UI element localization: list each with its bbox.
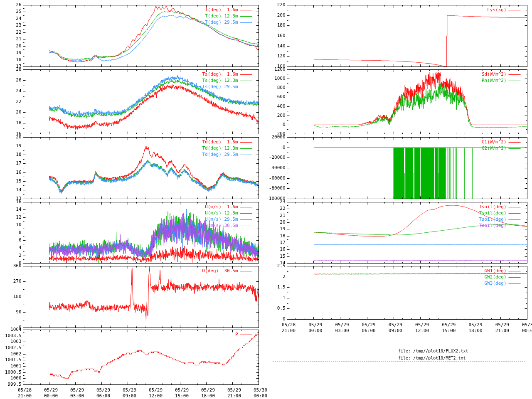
dashed-separator-line xyxy=(273,361,525,362)
source-file-label-flux: file: /tmp//plot10/FLUX2.txt xyxy=(398,349,468,353)
source-file-label-met: file: /tmp//plot10/MET2.txt xyxy=(398,356,466,360)
charts-canvas xyxy=(0,0,532,399)
gnuplot-multiplot-page: file: /tmp//plot10/FLUX2.txt file: /tmp/… xyxy=(0,0,532,399)
